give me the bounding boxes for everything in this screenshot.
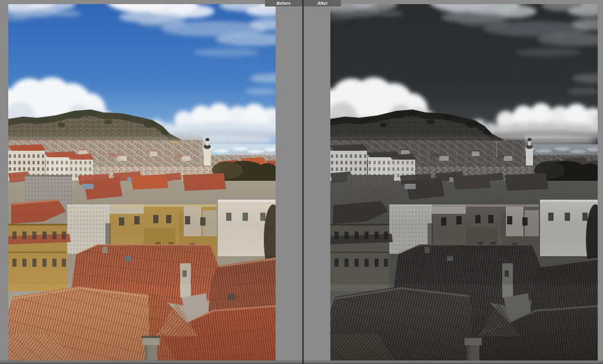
svg-text:Before: Before: [277, 1, 291, 6]
svg-text:After: After: [317, 1, 328, 6]
